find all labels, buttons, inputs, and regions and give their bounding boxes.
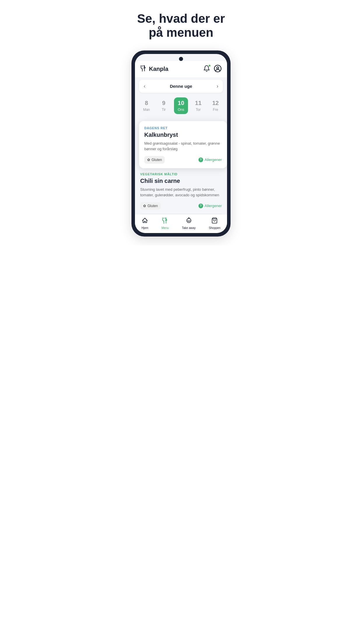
allergen-link-label: Allergener [205,158,222,162]
meal-2-footer: ✿ Gluten ? Allergener [140,202,222,210]
page-wrapper: Se, hvad der er på menuen Kanpla [121,0,241,245]
allergen-info-icon: ? [198,158,203,162]
day-item-thu[interactable]: 11 Tor [191,97,205,114]
app-logo: Kanpla [140,65,168,73]
week-next-button[interactable]: › [217,83,218,89]
svg-point-1 [217,67,219,69]
day-selector: 8 Man 9 Tir 10 Ons 11 Tor 12 Fre [135,96,227,118]
nav-label-takeaway: Take away [182,226,196,230]
meal-2-allergen-link[interactable]: ? Allergener [198,204,222,208]
day-name-mon: Man [143,108,150,112]
menu-icon [162,217,168,225]
day-name-tue: Tir [162,108,166,112]
nav-item-home[interactable]: Hjem [142,217,148,230]
meal-1-gluten-tag[interactable]: ✿ Gluten [144,156,165,164]
nav-item-shop[interactable]: Shoppen [209,217,220,230]
shop-icon [211,217,218,225]
gluten-icon-2: ✿ [143,204,146,208]
day-name-thu: Tor [196,108,201,112]
meal-2-desc: Stuvning lavet med peberfrugt, pinto bøn… [140,187,222,198]
meal-2-category: VEGETARISK MÅLTID [140,172,222,176]
page-headline: Se, hvad der er på menuen [131,12,231,40]
home-icon [142,217,148,225]
notification-dot [208,64,211,67]
day-num-thu: 11 [195,100,201,106]
allergen-link-label-2: Allergener [205,204,222,208]
gluten-label-2: Gluten [147,204,158,208]
week-label: Denne uge [170,84,192,89]
phone-inner: Kanpla [135,54,227,233]
gluten-icon: ✿ [147,158,150,162]
meal-1-desc: Med grøntsagssalat - spinat, tomater, gr… [144,141,222,152]
bell-button[interactable] [203,65,210,73]
day-num-fri: 12 [212,100,219,106]
phone-camera [179,57,183,61]
header-icons [203,64,222,74]
nav-label-home: Hjem [142,226,148,230]
gluten-label: Gluten [152,158,162,162]
day-item-wed[interactable]: 10 Ons [174,97,188,114]
day-num-tue: 9 [162,100,165,106]
logo-icon [140,65,147,73]
meal-2-gluten-tag[interactable]: ✿ Gluten [140,202,161,210]
meal-2-name: Chili sin carne [140,178,222,184]
floating-card-area: DAGENS RET Kalkunbryst Med grøntsagssala… [135,118,227,168]
profile-button[interactable] [214,64,222,74]
nav-label-menu: Menu [161,226,169,230]
allergen-info-icon-2: ? [198,204,203,208]
day-num-wed: 10 [178,100,184,106]
week-nav: ‹ Denne uge › [139,80,223,93]
meal-1-footer: ✿ Gluten ? Allergener [144,156,222,164]
bottom-nav: Hjem Menu [135,214,227,233]
meal-1-allergen-link[interactable]: ? Allergener [198,158,222,162]
day-num-mon: 8 [145,100,148,106]
day-name-wed: Ons [178,108,184,112]
nav-item-takeaway[interactable]: Take away [182,217,196,230]
meal-card-2: VEGETARISK MÅLTID Chili sin carne Stuvni… [135,168,227,214]
nav-item-menu[interactable]: Menu [161,217,169,230]
phone-frame: Kanpla [131,50,231,237]
day-item-mon[interactable]: 8 Man [140,97,154,114]
logo-text: Kanpla [149,66,168,72]
day-item-fri[interactable]: 12 Fre [208,97,222,114]
day-name-fri: Fre [213,108,218,112]
day-item-tue[interactable]: 9 Tir [157,97,171,114]
app-header: Kanpla [135,61,227,77]
nav-label-shop: Shoppen [209,226,220,230]
meal-1-category: DAGENS RET [144,126,222,130]
takeaway-icon [186,217,192,225]
meal-1-name: Kalkunbryst [144,132,222,138]
week-prev-button[interactable]: ‹ [144,83,145,89]
meal-card-1: DAGENS RET Kalkunbryst Med grøntsagssala… [139,121,227,168]
